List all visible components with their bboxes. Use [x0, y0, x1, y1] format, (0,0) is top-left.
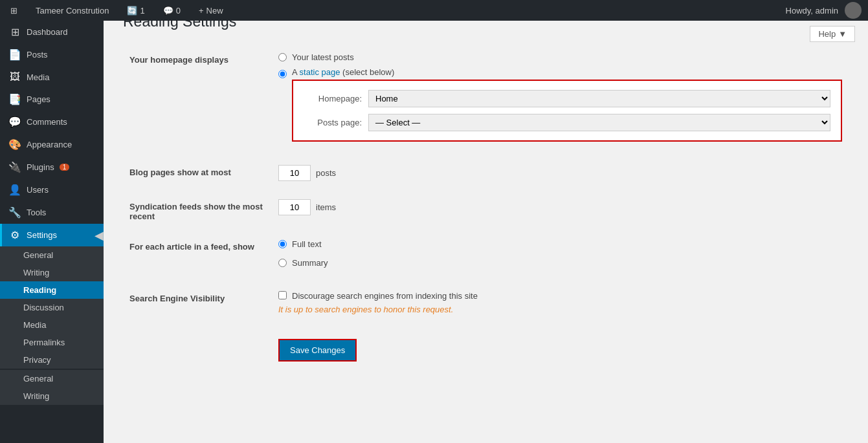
sidebar-item-pages[interactable]: 📑 Pages [0, 88, 104, 111]
posts-page-select-row: Posts page: — Select — Home About Contac… [304, 114, 830, 131]
static-page-suffix: (select below) [342, 67, 394, 77]
admin-avatar [845, 2, 862, 19]
sidebar-item-tools[interactable]: 🔧 Tools [0, 201, 104, 224]
summary-radio[interactable] [278, 259, 287, 267]
seo-label: Search Engine Visibility [129, 294, 225, 303]
bottom-submenu-general[interactable]: General [0, 370, 104, 384]
dashboard-icon: ⊞ [8, 26, 21, 38]
sidebar-label-pages: Pages [27, 94, 50, 104]
latest-posts-label[interactable]: Your latest posts [292, 52, 354, 62]
comments-icon: 💬 [8, 116, 21, 128]
syndication-row: Syndication feeds show the most recent i… [123, 190, 849, 230]
homepage-select-label: Homepage: [304, 94, 362, 103]
settings-arrow-icon: ◀ [95, 228, 104, 243]
save-changes-button[interactable]: Save Changes [278, 339, 357, 362]
admin-bar: ⊞ Tameer Constrution 🔄 1 💬 0 + New Howdy… [0, 0, 868, 21]
wp-logo[interactable]: ⊞ [6, 0, 21, 21]
sidebar-item-settings[interactable]: ⚙ Settings ◀ [0, 224, 104, 246]
submenu-item-media[interactable]: Media [0, 316, 104, 334]
homepage-displays-label: Your homepage displays [129, 55, 228, 65]
seo-row: Search Engine Visibility Discourage sear… [123, 282, 849, 323]
sidebar-label-users: Users [27, 185, 49, 195]
sidebar-label-posts: Posts [27, 50, 48, 59]
blog-pages-suffix: posts [316, 168, 336, 178]
sidebar-label-appearance: Appearance [27, 140, 72, 149]
feed-show-row: For each article in a feed, show Full te… [123, 230, 849, 282]
sidebar-item-media[interactable]: 🖼 Media [0, 66, 104, 88]
full-text-radio[interactable] [278, 240, 287, 248]
static-page-label: A static page (select below) [292, 67, 394, 77]
settings-submenu: General Writing Reading Discussion Media… [0, 246, 104, 369]
latest-posts-option: Your latest posts [278, 52, 842, 62]
howdy-text: Howdy, admin [786, 6, 838, 16]
static-page-link-text: static page [300, 67, 340, 77]
tools-icon: 🔧 [8, 206, 21, 219]
sidebar-item-users[interactable]: 👤 Users [0, 178, 104, 201]
media-icon: 🖼 [8, 71, 21, 83]
submenu-item-discussion[interactable]: Discussion [0, 299, 104, 316]
blog-pages-label: Blog pages show at most [129, 167, 231, 177]
latest-posts-radio[interactable] [278, 53, 287, 61]
settings-table: Your homepage displays Your latest posts… [123, 43, 849, 371]
updates-icon: 🔄 [127, 6, 137, 16]
submenu-item-privacy[interactable]: Privacy [0, 351, 104, 369]
sidebar-item-appearance[interactable]: 🎨 Appearance [0, 133, 104, 156]
plus-icon: + [199, 6, 204, 16]
sidebar-item-plugins[interactable]: 🔌 Plugins 1 [0, 156, 104, 178]
posts-page-select[interactable]: — Select — Home About Contact Blog [368, 114, 830, 131]
plugins-badge: 1 [60, 164, 70, 171]
new-item[interactable]: + New [195, 0, 227, 21]
syndication-input[interactable] [278, 199, 311, 215]
pages-icon: 📑 [8, 93, 21, 105]
summary-label[interactable]: Summary [292, 258, 328, 268]
sidebar-label-settings: Settings [27, 230, 57, 240]
updates-item[interactable]: 🔄 1 [123, 0, 148, 21]
syndication-suffix: items [316, 202, 336, 212]
sidebar-label-comments: Comments [27, 117, 67, 127]
posts-icon: 📄 [8, 49, 21, 61]
static-page-box: Homepage: Home About Contact Blog [292, 80, 842, 142]
submenu-item-general[interactable]: General [0, 246, 104, 264]
submenu-item-reading[interactable]: Reading [0, 281, 104, 299]
sidebar-item-dashboard[interactable]: ⊞ Dashboard [0, 21, 104, 43]
comments-icon: 💬 [163, 6, 173, 16]
blog-pages-input[interactable] [278, 165, 311, 181]
help-button[interactable]: Help ▼ [810, 26, 855, 42]
main-content: Help ▼ Reading Settings Your homepage di… [104, 0, 868, 384]
feed-show-label: For each article in a feed, show [129, 242, 254, 252]
feed-options: Full text Summary [278, 239, 842, 273]
full-text-label[interactable]: Full text [292, 239, 322, 249]
static-page-radio[interactable] [278, 70, 287, 78]
sidebar-item-comments[interactable]: 💬 Comments [0, 111, 104, 133]
users-icon: 👤 [8, 184, 21, 196]
sidebar-label-dashboard: Dashboard [27, 27, 68, 37]
bottom-submenu: General Writing [0, 370, 104, 384]
static-page-a-text: A [292, 67, 297, 77]
summary-option: Summary [278, 258, 842, 268]
sidebar-menu: ⊞ Dashboard 📄 Posts 🖼 Media 📑 Pages 💬 Co… [0, 21, 104, 246]
settings-icon: ⚙ [8, 229, 21, 241]
sidebar: ⊞ Dashboard 📄 Posts 🖼 Media 📑 Pages 💬 Co… [0, 21, 104, 384]
seo-checkbox-row: Discourage search engines from indexing … [278, 291, 842, 301]
sidebar-label-plugins: Plugins [27, 162, 54, 172]
full-text-option: Full text [278, 239, 842, 249]
site-name[interactable]: Tameer Constrution [32, 0, 113, 21]
sidebar-label-tools: Tools [27, 208, 46, 217]
help-chevron-icon: ▼ [838, 29, 847, 39]
homepage-select[interactable]: Home About Contact Blog [368, 90, 830, 107]
save-row: Save Changes [123, 323, 849, 371]
submenu-item-permalinks[interactable]: Permalinks [0, 334, 104, 351]
comments-item[interactable]: 💬 0 [159, 0, 184, 21]
new-label: New [206, 6, 223, 16]
sidebar-item-posts[interactable]: 📄 Posts [0, 43, 104, 66]
static-page-link[interactable]: static page [300, 67, 343, 77]
homepage-row: Your homepage displays Your latest posts… [123, 43, 849, 156]
seo-checkbox-label[interactable]: Discourage search engines from indexing … [292, 291, 478, 301]
updates-count: 1 [140, 6, 144, 16]
plugins-icon: 🔌 [8, 161, 21, 173]
appearance-icon: 🎨 [8, 138, 21, 151]
static-page-option: A static page (select below) Homepage: [278, 67, 842, 142]
syndication-label: Syndication feeds show the most recent [129, 202, 263, 221]
seo-checkbox[interactable] [278, 291, 287, 299]
submenu-item-writing[interactable]: Writing [0, 264, 104, 281]
